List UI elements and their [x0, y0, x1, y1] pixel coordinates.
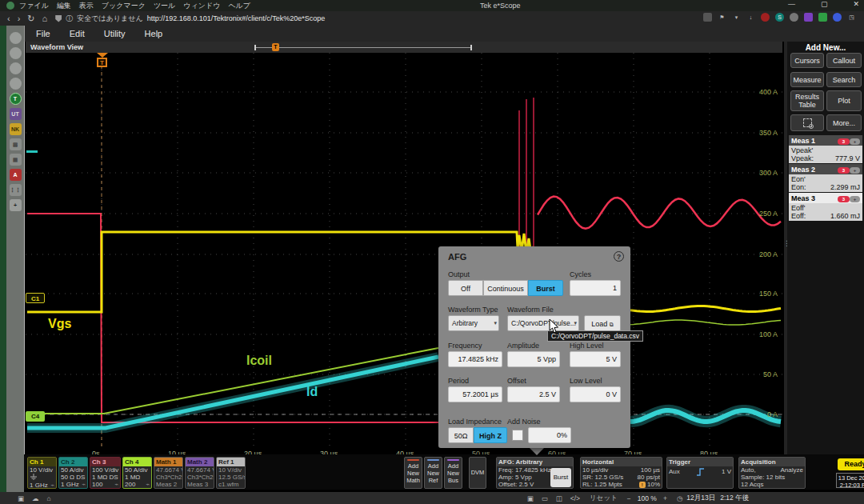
capture-icon[interactable]: ▣ — [527, 494, 534, 502]
minimize-icon[interactable]: — — [788, 0, 795, 8]
sidebar-tab-icon-3[interactable] — [10, 62, 22, 74]
close-icon[interactable]: ✕ — [853, 0, 859, 8]
ch1-badge[interactable]: Ch 1 10 V/div 1 GHz⌁ — [27, 457, 57, 489]
download-icon[interactable]: ↓ — [746, 13, 755, 22]
results-table-button[interactable]: Results Table — [790, 90, 824, 111]
window-icon[interactable]: ▭ — [542, 494, 548, 502]
meas1-badge[interactable]: Meas 1 3+ Vpeak' Vpeak:777.9 V — [789, 135, 862, 163]
code-icon[interactable]: </> — [570, 494, 580, 502]
sidebar-pattern-icon-2[interactable]: ▦ — [10, 154, 22, 166]
puzzle-icon[interactable]: ◳ — [847, 13, 856, 22]
math1-badge[interactable]: Math 1 47.6674 V... Ch3*Ch2 Meas 2 — [154, 457, 183, 489]
burst-button[interactable]: Burst — [550, 468, 571, 487]
add-new-ref-button[interactable]: Add New Ref — [424, 457, 442, 489]
zoom-box-button[interactable] — [790, 114, 824, 131]
sidebar-pattern-icon-1[interactable]: ▩ — [10, 138, 22, 150]
ch1-marker[interactable]: C1 — [26, 293, 45, 303]
afg-badge[interactable]: AFG: Arbitrary Freq: 17.4825 kHz Amp: 5 … — [496, 457, 574, 489]
forward-icon[interactable]: › — [18, 11, 21, 26]
waveform-file-select[interactable]: C:/QorvoDPT/pulse...▾ — [507, 315, 579, 331]
menu-window-jp[interactable]: ウィンドウ — [183, 1, 220, 11]
sidebar-add-icon[interactable]: + — [10, 199, 22, 211]
more-button[interactable]: More... — [826, 114, 862, 131]
plot-button[interactable]: Plot — [826, 90, 862, 111]
high-level-input[interactable]: 5 V — [570, 351, 621, 367]
afg-dialog[interactable]: AFG ? Output Cycles Off Continuous Burst… — [438, 246, 630, 448]
menu-edit-jp[interactable]: 編集 — [57, 1, 71, 11]
reload-icon[interactable]: ↻ — [27, 11, 34, 26]
add-new-bus-button[interactable]: Add New Bus — [444, 457, 462, 489]
zoom-level[interactable]: 100 % — [638, 494, 657, 502]
ext-green-icon[interactable] — [818, 13, 827, 22]
sidebar-tab-icon-4[interactable] — [10, 78, 22, 90]
meas2-badge[interactable]: Meas 2 3+ Eon' Eon:2.299 mJ — [789, 164, 862, 192]
ch4-marker[interactable]: C4 — [26, 411, 45, 422]
menu-bookmarks-jp[interactable]: ブックマーク — [102, 1, 146, 11]
output-off-button[interactable]: Off — [448, 280, 483, 296]
math2-badge[interactable]: Math 2 47.6674 V... Ch3*Ch2 Meas 3 — [185, 457, 214, 489]
ext-red-icon[interactable] — [761, 13, 770, 22]
cycles-input[interactable]: 1 — [570, 280, 621, 296]
dvm-button[interactable]: DVM — [469, 457, 486, 489]
load-button[interactable]: Load ⧉ — [584, 315, 621, 331]
acquisition-badge[interactable]: Acquisition Auto,Analyze Sample: 12 bits… — [738, 457, 806, 489]
menu-edit[interactable]: Edit — [70, 29, 85, 38]
offset-input[interactable]: 2.5 V — [507, 386, 560, 402]
sidebar-a-icon[interactable]: A — [10, 169, 22, 181]
sidebar-tab-icon-2[interactable] — [10, 47, 22, 59]
search-button[interactable]: Search — [826, 72, 862, 87]
overview-trigger-icon[interactable]: T — [272, 43, 279, 51]
graticule[interactable]: T C1 C4 Vgs Icoil Id 400 A350 A300 A250 … — [26, 53, 782, 459]
menu-file[interactable]: File — [36, 29, 50, 38]
measure-button[interactable]: Measure — [790, 72, 824, 87]
output-burst-button[interactable]: Burst — [528, 280, 563, 296]
output-continuous-button[interactable]: Continuous — [483, 280, 528, 296]
cursors-button[interactable]: Cursors — [790, 53, 824, 68]
ext-s-icon[interactable]: S — [775, 13, 784, 22]
sidebar-tab-icon-1[interactable] — [10, 32, 22, 44]
horizontal-badge[interactable]: Horizontal 10 µs/div100 µs SR: 12.5 GS/s… — [580, 457, 662, 489]
menu-tools-jp[interactable]: ツール — [154, 1, 175, 11]
url-box[interactable]: ⓘ 安全ではありません http://192.168.0.101/Tektron… — [55, 14, 325, 24]
callout-button[interactable]: Callout — [826, 53, 862, 68]
impedance-50-button[interactable]: 50Ω — [448, 427, 474, 443]
noise-percent-input[interactable]: 0% — [528, 427, 571, 443]
reset-link[interactable]: リセット — [590, 494, 618, 503]
ref1-badge[interactable]: Ref 1 10 V/div 12.5 GS/s c1.wfm — [216, 457, 246, 489]
menu-utility[interactable]: Utility — [104, 29, 126, 38]
menu-help[interactable]: Help — [145, 29, 163, 38]
ext-purple-icon[interactable] — [804, 13, 813, 22]
cloud-icon[interactable]: ☁ — [32, 494, 39, 502]
sidebar-ut-icon[interactable]: UT — [10, 108, 22, 120]
waveform-type-select[interactable]: Arbitrary▾ — [448, 315, 499, 331]
period-input[interactable]: 57.2001 µs — [448, 386, 502, 402]
sidebar-grid-icon[interactable]: ⋮⋮ — [10, 184, 22, 196]
menu-view-jp[interactable]: 表示 — [79, 1, 94, 11]
ch2-badge[interactable]: Ch 2 50 A/div 50 Ω DS 1 GHz⌁ — [58, 457, 88, 489]
url-text[interactable]: http://192.168.0.101/Tektronix#/client/c… — [147, 14, 326, 22]
back-icon[interactable]: ‹ — [7, 11, 10, 26]
menu-file-jp[interactable]: ファイル — [19, 1, 49, 11]
bookmark-icon[interactable]: ⚑ — [718, 13, 726, 22]
meas3-badge[interactable]: Meas 3 3+ Eoff' Eoff:1.660 mJ — [789, 193, 862, 221]
trigger-marker[interactable]: T — [96, 53, 108, 67]
ch3-badge[interactable]: Ch 3 100 V/div 1 MΩ DS 100 MHz⌁ — [90, 457, 121, 489]
grid-icon[interactable] — [703, 13, 712, 22]
amplitude-input[interactable]: 5 Vpp — [507, 351, 560, 367]
sidebar-tek-icon[interactable]: T — [10, 93, 22, 105]
zoom-out-icon[interactable]: − — [627, 494, 631, 502]
frequency-input[interactable]: 17.4825 kHz — [448, 351, 502, 367]
ext-blue-icon[interactable] — [833, 13, 842, 22]
home-icon[interactable]: ⌂ — [42, 11, 48, 26]
panel-toggle-icon[interactable]: ▣ — [18, 494, 24, 502]
help-icon[interactable]: ? — [614, 251, 624, 262]
ch4-badge[interactable]: Ch 4 50 A/div 1 MΩ 200 MHz⌁ — [122, 457, 152, 489]
sidebar-nk-icon[interactable]: NK — [10, 123, 22, 135]
image-icon[interactable]: ◫ — [556, 494, 562, 502]
impedance-highz-button[interactable]: High Z — [474, 427, 507, 443]
add-new-math-button[interactable]: Add New Math — [404, 457, 422, 489]
low-level-input[interactable]: 0 V — [570, 386, 621, 402]
menu-help-jp[interactable]: ヘルプ — [228, 1, 250, 11]
zoom-in-icon[interactable]: + — [663, 494, 667, 502]
chevron-down-icon[interactable]: ▾ — [732, 13, 741, 22]
